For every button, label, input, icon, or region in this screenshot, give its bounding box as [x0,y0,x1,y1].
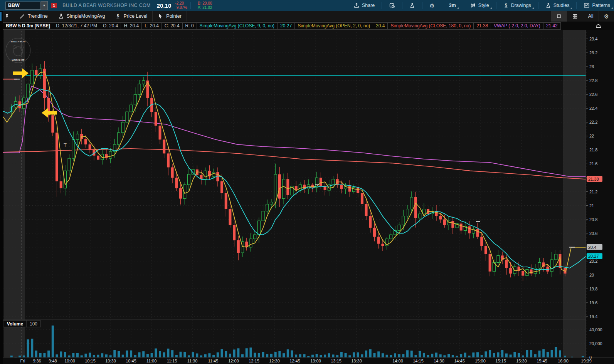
volume-axis-label: 20,000 [589,341,602,346]
gear-icon: ⚙ [604,13,609,19]
chart-status-bar: BBW 5 D 3m [NYSE] D: 12/3/21, 7:42 PM O:… [3,22,614,30]
patterns-menu-button[interactable]: Patterns [580,0,614,11]
pin-icon [4,13,10,19]
svg-text:BUILD-A-BEAR: BUILD-A-BEAR [11,40,26,43]
price-axis-label: 20.8 [589,217,597,222]
simplemovingavg-tool-button[interactable]: SimpleMovingAvg [53,11,110,22]
mouse-cursor: T [64,142,67,148]
price-axis-label: 22 [589,134,594,138]
svg-text:Volume: Volume [7,321,24,327]
gear-icon: ⚙ [429,3,434,8]
share-button[interactable]: Share [350,0,378,11]
session-shading [563,30,586,357]
ohlc-fields: O: 20.4H: 20.4L: 20.4C: 20.4R: 0 [100,22,197,30]
candlestick-style-icon [470,2,476,8]
study-value: 21.38 [473,22,491,30]
grid-icon [572,13,578,19]
chart-datetime: D: 12/3/21, 7:42 PM [53,22,100,30]
symbol-input[interactable]: BBW [5,2,41,10]
style-menu-button[interactable]: Style [466,0,493,11]
svg-text:$: $ [117,13,119,18]
status-field: L: 20.4 [141,22,162,30]
volume-axis-label: 40,000 [589,327,602,332]
price-axis-label: 20 [589,273,594,277]
alerts-badge[interactable]: 1 [51,3,57,8]
price-axis-label: 22.4 [589,106,597,111]
time-axis-label: 12:30 [269,359,280,363]
timeframe-button[interactable]: 3m [445,0,460,11]
toolbar-settings-button[interactable]: ⚙ [599,11,614,22]
price-axis-label: 20.6 [589,231,597,236]
flask-icon [409,2,415,8]
grid-layout-button[interactable] [567,11,583,22]
time-axis-label: 10:15 [85,359,96,363]
price-axis-label: 19.6 [589,300,597,305]
study-label[interactable]: SimpleMovingAvg (OPEN, 2, 0, no) [294,22,373,30]
bid-value: B: 20.00 [198,1,212,5]
symbol-dropdown-button[interactable]: ▼ [41,1,48,10]
dollar-icon: $ [115,13,121,19]
price-chart[interactable]: BUILD-A-BEARWORKSHOPT23.423.22322.822.62… [0,30,614,364]
time-axis-label: 13:15 [331,359,341,363]
studies-menu-button[interactable]: Studies [542,0,574,11]
study-label[interactable]: VWAP (-2.0, 2.0, DAY) [491,22,543,30]
drawings-menu-button[interactable]: $ Drawings [500,0,535,11]
study-fields: SimpleMovingAvg (CLOSE, 9, 0, no)20.27Si… [197,22,561,30]
quick-study-button[interactable] [405,0,419,11]
price-axis-label: 21.2 [589,190,597,194]
flask-icon [58,13,64,19]
price-axis-label: 22.8 [589,78,597,83]
status-field: O: 20.4 [100,22,121,30]
patterns-icon [584,2,590,8]
time-axis-label: 14:30 [434,359,444,363]
time-axis-label: 16:00 [558,359,569,363]
pointer-cursor-icon [158,13,163,19]
single-chart-layout-button[interactable] [551,11,567,22]
time-axis-label: 11:45 [208,359,219,363]
last-price: 20.10 [157,2,172,9]
time-axis-label: 12:15 [249,359,259,363]
chart-title: BBW 5 D 3m [NYSE] [3,22,53,30]
calendar-events-button[interactable] [385,0,399,11]
time-axis-label: 14:00 [392,359,403,363]
time-axis-label: 13:00 [310,359,321,363]
time-axis-label: 9:36 [33,359,41,363]
study-value: 20.27 [277,22,295,30]
svg-text:$: $ [505,3,507,7]
axis-auto-scale-icon[interactable] [595,23,602,29]
price-axis-label: 23.2 [589,50,597,55]
top-bar: BBW ▼ 1 BUILD A BEAR WORKSHOP INC COM 20… [0,0,614,11]
drawing-toolbar: Trendline SimpleMovingAvg $ Price Level … [0,11,614,22]
price-axis-label: 19.4 [589,314,597,319]
company-name: BUILD A BEAR WORKSHOP INC COM [62,3,151,8]
price-axis-label: 23 [589,64,594,69]
time-axis-label: 15:00 [475,359,486,363]
share-icon [353,2,360,8]
chart-settings-button[interactable]: ⚙ [426,0,438,11]
left-panel-edge[interactable] [0,11,3,364]
dollar-icon: $ [503,2,509,8]
svg-text:20.4: 20.4 [588,245,596,250]
price-level-tool-button[interactable]: $ Price Level [110,11,152,22]
time-axis-label: 10:30 [105,359,116,363]
price-axis-label: 23.4 [589,37,597,41]
pointer-tool-button[interactable]: Pointer [153,11,187,22]
calendar-clock-icon [389,2,395,8]
svg-text:21.38: 21.38 [588,177,599,181]
time-axis-label: 11:00 [146,359,157,363]
price-axis-label: 22.6 [589,92,597,97]
square-icon [556,13,562,19]
study-label[interactable]: SimpleMovingAvg (CLOSE, 9, 0, no) [197,22,278,30]
ask-value: A: 21.02 [198,5,212,10]
status-field: C: 20.4 [161,22,183,30]
all-charts-button[interactable]: All [583,11,599,22]
price-axis-label: 19.8 [589,287,597,291]
time-axis-label: 14:15 [413,359,424,363]
price-axis-label: 20.2 [589,259,597,263]
time-axis-label: 15:30 [516,359,527,363]
study-label[interactable]: SimpleMovingAvg (CLOSE, 180, 0, no) [387,22,474,30]
trendline-tool-button[interactable]: Trendline [14,11,53,22]
time-axis-label: 11:15 [167,359,177,363]
price-change-percent: -9.87% [175,5,187,10]
flask-icon [545,2,551,8]
